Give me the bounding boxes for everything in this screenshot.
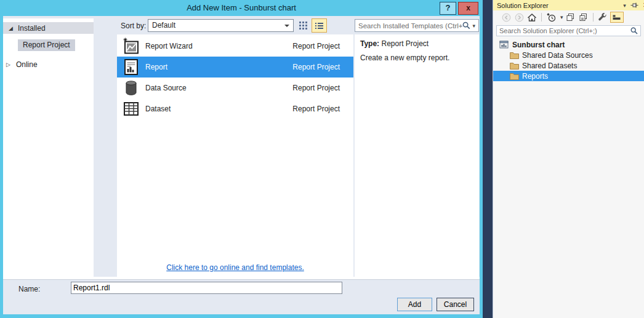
expanded-triangle-icon: ◢ [9, 25, 13, 31]
nav-installed-label: Installed [18, 24, 46, 33]
dialog-title: Add New Item - Sunburst chart [0, 0, 483, 16]
solution-explorer-toolbar: ▾ [493, 10, 644, 24]
dataset-icon [117, 101, 145, 117]
go-online-link[interactable]: Click here to go online and find templat… [166, 263, 304, 272]
solution-search-input[interactable]: Search Solution Explorer (Ctrl+;) [496, 25, 641, 36]
go-online-link-row: Click here to go online and find templat… [117, 263, 353, 272]
collapse-all-button[interactable] [578, 12, 589, 23]
search-icon [630, 27, 638, 34]
divider [593, 13, 594, 22]
search-icon [462, 22, 470, 30]
divider [541, 13, 542, 22]
template-project-type: Report Project [292, 63, 353, 71]
add-button[interactable]: Add [397, 298, 432, 311]
collapsed-triangle-icon: ▷ [6, 62, 10, 68]
template-row-dataset[interactable]: Dataset Report Project [117, 98, 353, 119]
folder-icon [510, 52, 519, 59]
auto-hide-pin-icon[interactable] [630, 1, 638, 9]
folder-icon [510, 73, 519, 80]
sort-by-label: Sort by: [121, 22, 146, 30]
wrench-icon [598, 13, 607, 22]
report-project-icon [499, 40, 509, 49]
forward-button[interactable] [513, 12, 525, 23]
close-button[interactable]: x [458, 2, 478, 15]
pending-changes-filter-button[interactable] [545, 12, 557, 23]
sort-dropdown-value: Default [152, 21, 175, 30]
clock-icon [547, 13, 556, 22]
template-row-report-wizard[interactable]: Report Wizard Report Project [117, 36, 353, 57]
name-label: Name: [18, 285, 40, 293]
collapse-all-icon [579, 13, 588, 22]
dialog-titlebar[interactable]: Add New Item - Sunburst chart ? x [0, 0, 483, 16]
cancel-button[interactable]: Cancel [437, 298, 474, 311]
template-description: Create a new empty report. [360, 54, 473, 62]
back-button[interactable] [501, 12, 512, 23]
back-icon [502, 13, 511, 22]
sync-with-active-document-button[interactable] [565, 12, 576, 23]
template-name: Report Wizard [145, 42, 292, 50]
search-options-caret-icon[interactable]: ▾ [472, 23, 475, 29]
data-source-icon [117, 79, 145, 97]
template-project-type: Report Project [292, 105, 353, 113]
template-project-type: Report Project [292, 84, 353, 92]
window-position-caret-icon[interactable]: ▾ [623, 2, 626, 9]
grid-view-icon [299, 22, 307, 30]
solution-tree: Sunburst chart Shared Data Sources Share… [493, 39, 644, 81]
template-list: Report Wizard Report Project Report Repo… [117, 34, 353, 277]
type-label: Type: [360, 39, 379, 48]
list-view-icon [315, 22, 323, 30]
help-button[interactable]: ? [440, 2, 456, 15]
tree-item-label: Shared Data Sources [522, 51, 593, 60]
home-icon [527, 13, 537, 22]
template-name: Report [145, 63, 292, 71]
search-templates-input[interactable]: Search Installed Templates (Ctrl+E) ▾ [355, 19, 479, 32]
nav-item-report-project[interactable]: Report Project [18, 39, 75, 51]
template-project-type: Report Project [292, 42, 353, 50]
filter-caret-icon[interactable]: ▾ [560, 14, 563, 20]
type-value: Report Project [381, 39, 429, 48]
name-input[interactable] [71, 282, 342, 294]
tree-item-label: Reports [522, 72, 548, 81]
search-placeholder: Search Installed Templates (Ctrl+E) [358, 22, 462, 30]
solution-explorer-panel: Solution Explorer ▾ ✕ [493, 0, 644, 318]
template-row-data-source[interactable]: Data Source Report Project [117, 78, 353, 98]
solution-explorer-title: Solution Explorer [497, 2, 549, 9]
description-panel: Type: Report Project Create a new empty … [355, 34, 479, 277]
properties-button[interactable] [597, 12, 608, 23]
report-wizard-icon [117, 38, 145, 55]
tree-item-shared-datasets[interactable]: Shared Datasets [493, 60, 644, 71]
template-row-report[interactable]: Report Report Project [117, 57, 353, 78]
list-view-button[interactable] [312, 18, 327, 33]
tree-item-reports[interactable]: Reports [493, 71, 644, 81]
solution-search-placeholder: Search Solution Explorer (Ctrl+;) [499, 27, 630, 34]
preview-toggle-icon [613, 15, 621, 20]
template-name: Data Source [145, 84, 292, 92]
divider [3, 277, 480, 280]
documents-icon [566, 13, 575, 22]
chevron-down-icon [284, 25, 289, 27]
nav-online-label: Online [16, 60, 38, 69]
tree-item-project[interactable]: Sunburst chart [493, 39, 644, 50]
tree-item-label: Shared Datasets [522, 62, 577, 70]
home-button[interactable] [526, 12, 537, 23]
folder-icon [510, 62, 519, 70]
sort-dropdown[interactable]: Default [148, 19, 294, 32]
add-new-item-dialog: Add New Item - Sunburst chart ? x ◢ Inst… [0, 0, 483, 318]
grid-view-button[interactable] [296, 18, 310, 33]
tree-item-shared-data-sources[interactable]: Shared Data Sources [493, 50, 644, 60]
tree-item-label: Sunburst chart [512, 41, 565, 49]
report-icon [117, 58, 145, 76]
nav-item-online[interactable]: ▷ Online [3, 59, 94, 70]
type-row: Type: Report Project [360, 39, 473, 48]
solution-explorer-titlebar[interactable]: Solution Explorer ▾ ✕ [493, 0, 644, 10]
nav-item-installed[interactable]: ◢ Installed [3, 22, 94, 34]
preview-selected-items-button[interactable] [610, 12, 624, 23]
category-nav: ◢ Installed Report Project ▷ Online [3, 18, 94, 277]
forward-icon [515, 13, 524, 22]
template-name: Dataset [145, 105, 292, 113]
dialog-body: ◢ Installed Report Project ▷ Online Sort… [3, 16, 480, 314]
